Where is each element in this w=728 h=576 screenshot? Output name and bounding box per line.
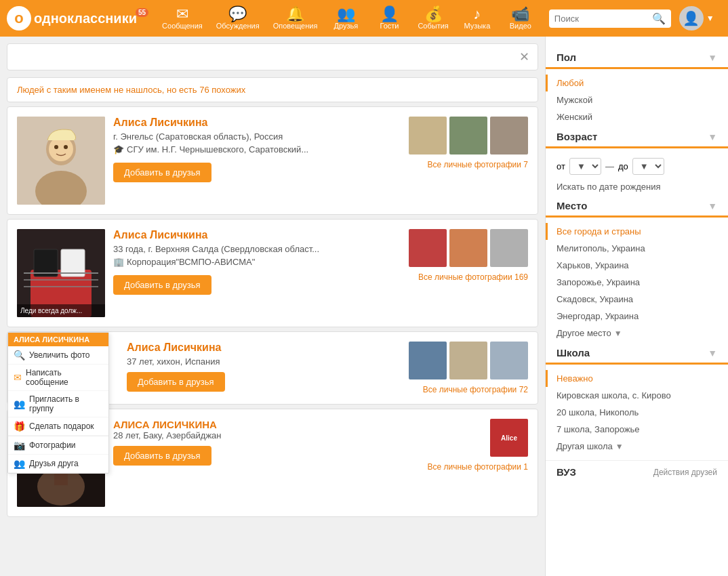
user-name-1[interactable]: Алиса Лисичкина xyxy=(113,117,401,129)
ctx-zoom-label: Увеличить фото xyxy=(29,350,90,360)
age-arrow[interactable]: ▼ xyxy=(708,131,717,142)
results-info: Людей с таким именем не нашлось, но есть… xyxy=(7,77,538,102)
actions-friends-label[interactable]: Действия друзей xyxy=(653,468,717,477)
sidebar-place-other[interactable]: Другое место ▼ xyxy=(546,325,728,342)
video-icon: 📹 xyxy=(511,7,529,22)
ctx-photos[interactable]: 📷 Фотографии xyxy=(8,436,108,455)
photo-thumb-1-3[interactable] xyxy=(490,117,528,155)
place-section-header: Место ▼ xyxy=(546,194,728,215)
sidebar-school-7[interactable]: 7 школа, Запорожье xyxy=(546,421,728,438)
user-age-location-2: 33 года, г. Верхняя Салда (Свердловская … xyxy=(113,244,401,254)
avatar-dropdown-arrow[interactable]: ▼ xyxy=(706,14,714,23)
photo-thumb-1-2[interactable] xyxy=(449,117,487,155)
user-name-3[interactable]: Алиса Лисичкина xyxy=(127,342,401,354)
ctx-zoom-photo[interactable]: 🔍 Увеличить фото xyxy=(8,346,108,365)
people-search-input[interactable]: алиса лисичкна xyxy=(16,52,519,63)
context-menu-header: АЛИСА ЛИСИЧКИНА xyxy=(8,333,108,346)
place-other-arrow: ▼ xyxy=(614,329,622,338)
vuz-actions-bar: ВУЗ Действия друзей xyxy=(546,460,728,483)
sidebar-school-other[interactable]: Другая школа ▼ xyxy=(546,438,728,455)
ctx-friends-of-friend[interactable]: 👥 Друзья друга xyxy=(8,455,108,473)
ctx-gift[interactable]: 🎁 Сделать подарок xyxy=(8,417,108,436)
search-icon[interactable]: 🔍 xyxy=(652,12,666,25)
add-friend-button-3[interactable]: Добавить в друзья xyxy=(127,372,225,392)
photos-link-3[interactable]: Все личные фотографии 72 xyxy=(423,385,528,394)
photos-link-1[interactable]: Все личные фотографии 7 xyxy=(427,160,528,169)
school-arrow[interactable]: ▼ xyxy=(708,348,717,358)
nav-events[interactable]: 💰 События xyxy=(412,4,453,33)
ctx-write-message[interactable]: ✉ Написать сообщение xyxy=(8,365,108,391)
sidebar-gender-any[interactable]: Любой xyxy=(546,75,728,91)
age-to-select[interactable]: ▼ xyxy=(632,158,664,175)
gender-arrow[interactable]: ▼ xyxy=(708,52,717,63)
sidebar-place-kharkiv[interactable]: Харьков, Украина xyxy=(546,257,728,274)
birthdate-link[interactable]: Искать по дате рождения xyxy=(546,179,728,194)
nav-events-label: События xyxy=(418,22,448,30)
photo-thumb-2-3[interactable] xyxy=(490,229,528,267)
gender-divider xyxy=(546,67,728,69)
school-other-arrow: ▼ xyxy=(615,442,624,451)
photo-thumb-1-1[interactable] xyxy=(409,117,447,155)
corp-icon-2: 🏢 xyxy=(113,257,124,267)
sidebar-place-zaporizhe[interactable]: Запорожье, Украина xyxy=(546,274,728,291)
nav-music[interactable]: ♪ Музыка xyxy=(457,4,498,33)
nav-discussions[interactable]: 💬 Обсуждения xyxy=(211,4,265,33)
user-name-2[interactable]: Алиса Лисичкина xyxy=(113,229,401,241)
sidebar-place-energodar[interactable]: Энергодар, Украина xyxy=(546,308,728,325)
place-arrow[interactable]: ▼ xyxy=(708,201,717,211)
ctx-friends-label: Друзья друга xyxy=(29,459,79,468)
search-bar[interactable]: 🔍 xyxy=(549,9,671,28)
vuz-label: ВУЗ xyxy=(557,466,576,478)
add-friend-button-2[interactable]: Добавить в друзья xyxy=(113,275,211,295)
add-friend-button-4[interactable]: Добавить в друзья xyxy=(113,446,211,466)
photos-link-4[interactable]: Все личные фотографии 1 xyxy=(427,462,528,472)
photos-link-2[interactable]: Все личные фотографии 169 xyxy=(418,272,528,282)
logo[interactable]: о одноклассники 55 xyxy=(7,6,148,30)
photo-thumb-3-1[interactable] xyxy=(409,342,447,379)
nav-alerts[interactable]: 🔔 Оповещения xyxy=(268,4,323,33)
photo-thumb-3-3[interactable] xyxy=(490,342,528,379)
sidebar-place-skadovsk[interactable]: Скадовск, Украина xyxy=(546,291,728,308)
age-from-select[interactable]: ▼ xyxy=(569,158,601,175)
nav-discussions-label: Обсуждения xyxy=(216,22,260,30)
sidebar-gender-male[interactable]: Мужской xyxy=(546,91,728,108)
user-avatar-2[interactable]: Леди всегда долж... xyxy=(17,229,105,317)
user-photos-4: Alice Все личные фотографии 1 xyxy=(427,419,528,472)
nav-messages[interactable]: ✉ Сообщения xyxy=(157,4,208,33)
user-info-3: Алиса Лисичкина 37 лет, хихон, Испания Д… xyxy=(117,342,401,392)
notification-badge: 55 xyxy=(136,8,148,17)
nav-video[interactable]: 📹 Видео xyxy=(500,4,541,33)
age-to-label: до xyxy=(618,161,628,171)
sidebar-school-kirov[interactable]: Кировская школа, с. Кирово xyxy=(546,387,728,404)
user-info-1: Алиса Лисичкина г. Энгельс (Саратовская … xyxy=(113,117,401,182)
people-search-bar: алиса лисичкна ✕ xyxy=(7,43,538,70)
alerts-icon: 🔔 xyxy=(286,7,304,22)
photo-thumb-2-1[interactable] xyxy=(409,229,447,267)
add-friend-button-1[interactable]: Добавить в друзья xyxy=(113,163,211,182)
sidebar-place-melitopol[interactable]: Мелитополь, Украина xyxy=(546,240,728,257)
ctx-invite-group[interactable]: 👥 Пригласить в группу xyxy=(8,391,108,417)
school-section-header: Школа ▼ xyxy=(546,342,728,363)
user-avatar-1[interactable] xyxy=(17,117,105,205)
sidebar-school-any[interactable]: Неважно xyxy=(546,370,728,387)
nav-guests[interactable]: 👤 Гости xyxy=(369,4,409,33)
zoom-icon: 🔍 xyxy=(14,350,25,361)
user-avatar-nav[interactable]: 👤 xyxy=(679,6,704,30)
sidebar-school-20[interactable]: 20 школа, Никополь xyxy=(546,404,728,421)
search-clear-button[interactable]: ✕ xyxy=(519,49,529,64)
top-navigation: о одноклассники 55 ✉ Сообщения 💬 Обсужде… xyxy=(0,0,728,37)
nav-friends[interactable]: 👥 Друзья xyxy=(325,4,366,33)
age-section-header: Возраст ▼ xyxy=(546,125,728,146)
sidebar-place-all[interactable]: Все города и страны xyxy=(546,223,728,240)
sidebar-gender-female[interactable]: Женский xyxy=(546,108,728,125)
photo-thumb-2-2[interactable] xyxy=(449,229,487,267)
age-dash: — xyxy=(605,161,614,171)
ctx-photos-label: Фотографии xyxy=(29,440,76,450)
ctx-gift-label: Сделать подарок xyxy=(29,421,94,431)
user-name-4[interactable]: АЛИСА ЛИСИЧКИНА xyxy=(113,419,419,430)
user-age-location-3: 37 лет, хихон, Испания xyxy=(127,356,401,367)
nav-alerts-label: Оповещения xyxy=(273,22,318,30)
photo-thumb-4-1[interactable]: Alice xyxy=(490,419,528,457)
search-input[interactable] xyxy=(554,14,652,24)
photo-thumb-3-2[interactable] xyxy=(449,342,487,379)
